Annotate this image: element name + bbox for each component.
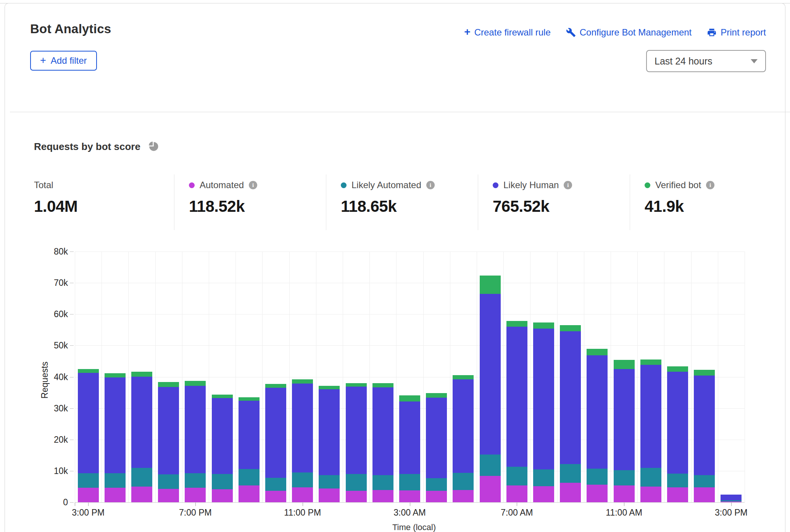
bar-segment-verified-bot[interactable]	[614, 360, 635, 369]
bar-segment-likely-automated[interactable]	[185, 473, 206, 488]
bar-segment-verified-bot[interactable]	[212, 395, 233, 398]
bar-segment-automated[interactable]	[185, 488, 206, 502]
bar-3-00-pm[interactable]	[78, 369, 99, 502]
bar-segment-verified-bot[interactable]	[78, 369, 99, 373]
bar-segment-automated[interactable]	[319, 488, 340, 502]
bar-12-00-am[interactable]	[319, 386, 340, 502]
bar-segment-likely-automated[interactable]	[131, 468, 152, 486]
bar-segment-likely-human[interactable]	[346, 387, 367, 474]
bar-segment-likely-human[interactable]	[319, 389, 340, 475]
bar-segment-likely-automated[interactable]	[292, 472, 313, 487]
bar-segment-likely-human[interactable]	[480, 294, 501, 455]
bar-segment-automated[interactable]	[399, 490, 420, 502]
info-icon[interactable]	[426, 181, 435, 189]
bar-segment-automated[interactable]	[346, 491, 367, 502]
bar-3-00-am[interactable]	[399, 395, 420, 502]
bar-segment-verified-bot[interactable]	[560, 325, 581, 331]
bar-segment-verified-bot[interactable]	[667, 366, 688, 371]
bar-segment-likely-human[interactable]	[131, 377, 152, 468]
bar-segment-verified-bot[interactable]	[158, 382, 179, 387]
bar-segment-likely-human[interactable]	[265, 388, 286, 478]
bar-segment-automated[interactable]	[131, 487, 152, 502]
bar-segment-automated[interactable]	[158, 489, 179, 502]
bar-12-00-pm[interactable]	[640, 360, 661, 502]
bar-segment-likely-automated[interactable]	[694, 475, 715, 488]
bar-segment-likely-human[interactable]	[640, 365, 661, 468]
configure-bot-management-link[interactable]: Configure Bot Management	[566, 27, 692, 38]
info-icon[interactable]	[706, 181, 714, 189]
bar-segment-verified-bot[interactable]	[480, 276, 501, 294]
bar-segment-likely-automated[interactable]	[265, 478, 286, 491]
bar-segment-automated[interactable]	[560, 483, 581, 502]
bar-segment-automated[interactable]	[265, 491, 286, 502]
bar-8-00-am[interactable]	[533, 322, 554, 502]
bar-5-00-am[interactable]	[453, 375, 474, 502]
create-firewall-rule-link[interactable]: Create firewall rule	[464, 27, 550, 38]
bar-2-00-am[interactable]	[372, 383, 393, 502]
bar-segment-verified-bot[interactable]	[185, 381, 206, 385]
bar-segment-likely-automated[interactable]	[640, 468, 661, 487]
bar-segment-automated[interactable]	[105, 488, 126, 502]
bar-11-00-am[interactable]	[614, 360, 635, 502]
bar-segment-likely-automated[interactable]	[426, 478, 447, 491]
time-range-select[interactable]: Last 24 hours	[646, 50, 766, 72]
bar-segment-likely-automated[interactable]	[614, 470, 635, 485]
bar-segment-likely-automated[interactable]	[212, 474, 233, 489]
bar-segment-automated[interactable]	[78, 488, 99, 502]
bar-segment-automated[interactable]	[694, 487, 715, 502]
bar-segment-automated[interactable]	[212, 489, 233, 502]
bar-segment-automated[interactable]	[640, 487, 661, 502]
bar-6-00-am[interactable]	[480, 276, 501, 502]
bar-segment-automated[interactable]	[239, 485, 260, 502]
bar-segment-likely-human[interactable]	[212, 398, 233, 474]
bar-segment-verified-bot[interactable]	[506, 321, 527, 327]
bar-6-00-pm[interactable]	[158, 382, 179, 502]
bar-segment-likely-automated[interactable]	[587, 469, 608, 485]
bar-segment-likely-automated[interactable]	[480, 455, 501, 476]
bar-1-00-am[interactable]	[346, 383, 367, 502]
info-icon[interactable]	[249, 181, 257, 189]
bar-segment-automated[interactable]	[667, 487, 688, 502]
bar-segment-verified-bot[interactable]	[694, 370, 715, 376]
bar-segment-likely-human[interactable]	[105, 377, 126, 473]
bar-8-00-pm[interactable]	[212, 395, 233, 502]
bar-segment-likely-human[interactable]	[694, 376, 715, 475]
bar-segment-automated[interactable]	[292, 487, 313, 502]
bar-1-00-pm[interactable]	[667, 366, 688, 502]
bar-segment-verified-bot[interactable]	[587, 349, 608, 355]
bar-segment-likely-human[interactable]	[158, 387, 179, 474]
bar-9-00-pm[interactable]	[239, 397, 260, 502]
bar-segment-automated[interactable]	[480, 476, 501, 502]
bar-segment-likely-automated[interactable]	[158, 474, 179, 489]
bar-segment-verified-bot[interactable]	[292, 379, 313, 384]
bar-segment-verified-bot[interactable]	[105, 373, 126, 377]
bar-segment-likely-human[interactable]	[533, 329, 554, 469]
bar-segment-likely-human[interactable]	[506, 327, 527, 467]
bar-segment-verified-bot[interactable]	[239, 397, 260, 401]
bar-segment-verified-bot[interactable]	[346, 383, 367, 387]
bar-segment-verified-bot[interactable]	[319, 386, 340, 390]
bar-segment-likely-automated[interactable]	[560, 464, 581, 483]
bar-segment-automated[interactable]	[587, 485, 608, 502]
bar-segment-likely-human[interactable]	[292, 384, 313, 472]
bar-segment-likely-human[interactable]	[372, 387, 393, 476]
bar-segment-likely-human[interactable]	[78, 373, 99, 474]
bar-segment-verified-bot[interactable]	[399, 395, 420, 401]
bar-segment-likely-automated[interactable]	[239, 469, 260, 485]
bar-segment-likely-human[interactable]	[560, 331, 581, 464]
bar-segment-likely-automated[interactable]	[319, 475, 340, 488]
bar-4-00-am[interactable]	[426, 393, 447, 502]
bar-segment-likely-human[interactable]	[667, 372, 688, 474]
bar-segment-verified-bot[interactable]	[131, 372, 152, 377]
bar-segment-likely-automated[interactable]	[399, 474, 420, 490]
bar-segment-likely-human[interactable]	[721, 495, 742, 500]
bar-segment-automated[interactable]	[506, 485, 527, 502]
bar-segment-verified-bot[interactable]	[372, 383, 393, 387]
bar-segment-likely-automated[interactable]	[453, 473, 474, 490]
bar-segment-likely-automated[interactable]	[105, 473, 126, 488]
bar-11-00-pm[interactable]	[292, 379, 313, 502]
bar-segment-likely-automated[interactable]	[667, 474, 688, 487]
bar-7-00-am[interactable]	[506, 321, 527, 502]
bar-3-00-pm[interactable]	[721, 495, 742, 503]
bar-segment-likely-automated[interactable]	[78, 473, 99, 488]
